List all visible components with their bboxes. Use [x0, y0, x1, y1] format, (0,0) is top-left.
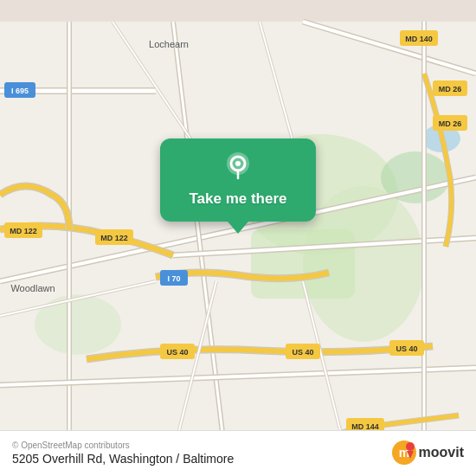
moovit-logo: m moovit	[391, 440, 464, 466]
attribution-text: © OpenStreetMap contributors	[12, 441, 234, 450]
svg-point-4	[35, 294, 121, 355]
take-me-there-button[interactable]: Take me there	[189, 190, 286, 208]
svg-text:US 40: US 40	[166, 348, 188, 357]
svg-text:MD 140: MD 140	[405, 35, 433, 43]
svg-text:Woodlawn: Woodlawn	[10, 283, 55, 293]
svg-text:Lochearn: Lochearn	[149, 39, 189, 49]
navigation-card[interactable]: Take me there	[160, 138, 316, 222]
location-pin-icon	[222, 151, 254, 185]
svg-text:MD 26: MD 26	[439, 119, 462, 128]
take-me-there-container[interactable]: Take me there	[160, 138, 316, 234]
svg-text:MD 122: MD 122	[10, 227, 37, 235]
card-pointer	[228, 222, 248, 234]
svg-text:I 695: I 695	[11, 87, 29, 95]
map-background: I 695 MD 140 MD 26 MD 26 MD 122 MD 122 I…	[0, 0, 476, 476]
moovit-brand-text: moovit	[419, 445, 464, 460]
moovit-logo-icon: m	[391, 440, 417, 466]
info-bar-left: © OpenStreetMap contributors 5205 Overhi…	[12, 441, 234, 466]
svg-text:I 70: I 70	[167, 274, 180, 283]
svg-text:US 40: US 40	[396, 344, 417, 353]
svg-point-59	[235, 161, 241, 166]
address-label: 5205 Overhill Rd, Washington / Baltimore	[12, 452, 234, 466]
svg-text:MD 26: MD 26	[439, 85, 462, 93]
info-bar: © OpenStreetMap contributors 5205 Overhi…	[0, 430, 476, 476]
map-container: I 695 MD 140 MD 26 MD 26 MD 122 MD 122 I…	[0, 0, 476, 476]
svg-text:US 40: US 40	[292, 348, 313, 357]
svg-text:MD 122: MD 122	[100, 234, 128, 242]
svg-point-63	[406, 442, 415, 451]
